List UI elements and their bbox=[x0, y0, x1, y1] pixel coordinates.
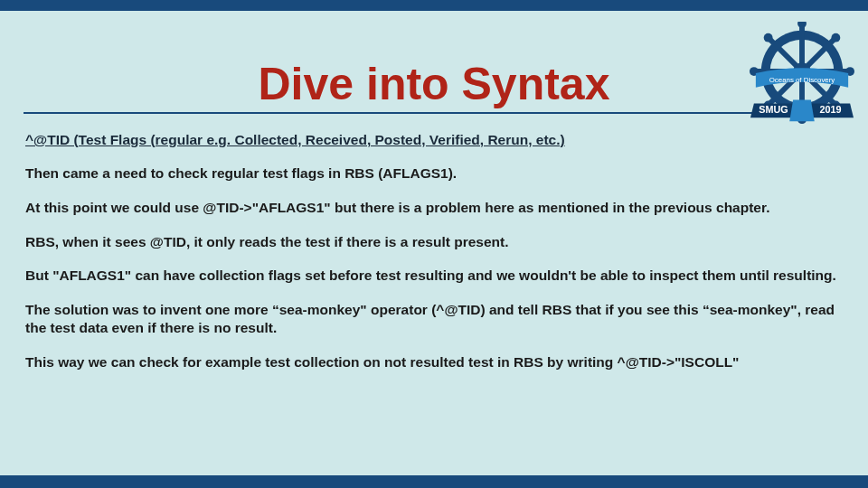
top-bar bbox=[0, 0, 868, 11]
body-paragraph: But "AFLAGS1" can have collection flags … bbox=[25, 267, 843, 285]
svg-point-7 bbox=[797, 22, 807, 28]
logo-banner-left-text: SMUG bbox=[759, 104, 788, 115]
svg-point-14 bbox=[764, 33, 773, 42]
body-paragraph: Then came a need to check regular test f… bbox=[25, 164, 843, 183]
slide-header: Dive into Syntax Oceans of Discovery bbox=[0, 11, 868, 127]
title-underline bbox=[24, 112, 844, 114]
svg-point-13 bbox=[831, 33, 840, 42]
logo-banner-top-text: Oceans of Discovery bbox=[769, 76, 835, 84]
slide-title: Dive into Syntax bbox=[0, 11, 868, 110]
body-paragraph: The solution was to invent one more “sea… bbox=[25, 301, 843, 337]
bottom-bar bbox=[0, 475, 868, 488]
section-subheading: ^@TID (Test Flags (regular e.g. Collecte… bbox=[25, 132, 843, 148]
body-paragraph: This way we can check for example test c… bbox=[25, 353, 843, 371]
ship-wheel-logo-icon: Oceans of Discovery SMUG 2019 bbox=[749, 22, 855, 128]
logo-banner-right-text: 2019 bbox=[819, 104, 841, 115]
body-paragraph: At this point we could use @TID->"AFLAGS… bbox=[25, 199, 843, 217]
body-paragraph: RBS, when it sees @TID, it only reads th… bbox=[25, 233, 843, 251]
slide-body: ^@TID (Test Flags (regular e.g. Collecte… bbox=[0, 127, 868, 371]
